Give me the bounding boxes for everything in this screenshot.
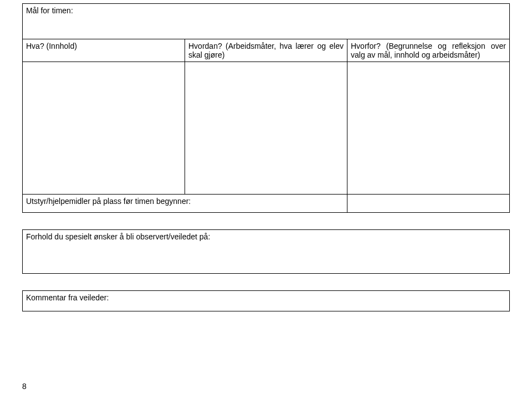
- equipment-cell-right: [347, 195, 510, 213]
- page-container: Mål for timen: Hva? (Innhold) Hvordan? (…: [0, 3, 532, 311]
- col2-header-cell: Hvordan? (Arbeidsmåter, hva lærer og ele…: [185, 39, 347, 62]
- col1-header-cell: Hva? (Innhold): [23, 39, 185, 62]
- observation-table: Forhold du spesielt ønsker å bli observe…: [22, 229, 510, 274]
- goal-title-cell: Mål for timen:: [23, 4, 510, 39]
- content-cell-2: [185, 62, 347, 195]
- col1-header: Hva? (Innhold): [26, 42, 77, 50]
- observation-cell: Forhold du spesielt ønsker å bli observe…: [23, 230, 510, 274]
- content-cell-3: [347, 62, 510, 195]
- goal-table: Mål for timen: Hva? (Innhold) Hvordan? (…: [22, 3, 510, 213]
- supervisor-label: Kommentar fra veileder:: [26, 293, 109, 302]
- separator-1: [22, 213, 510, 229]
- equipment-row: Utstyr/hjelpemidler på plass før timen b…: [23, 195, 510, 213]
- supervisor-table: Kommentar fra veileder:: [22, 290, 510, 311]
- separator-2: [22, 274, 510, 290]
- col3-header-cell: Hvorfor? (Begrunnelse og refleksjon over…: [347, 39, 510, 62]
- column-header-row: Hva? (Innhold) Hvordan? (Arbeidsmåter, h…: [23, 39, 510, 62]
- equipment-label: Utstyr/hjelpemidler på plass før timen b…: [26, 197, 191, 206]
- content-row: [23, 62, 510, 195]
- equipment-cell: Utstyr/hjelpemidler på plass før timen b…: [23, 195, 347, 213]
- page-number: 8: [22, 382, 27, 391]
- supervisor-cell: Kommentar fra veileder:: [23, 291, 510, 311]
- goal-title: Mål for timen:: [26, 6, 73, 15]
- col2-header: Hvordan? (Arbeidsmåter, hva lærer og ele…: [188, 42, 344, 59]
- col3-header: Hvorfor? (Begrunnelse og refleksjon over…: [351, 42, 506, 59]
- observation-label: Forhold du spesielt ønsker å bli observe…: [26, 232, 210, 241]
- content-cell-1: [23, 62, 185, 195]
